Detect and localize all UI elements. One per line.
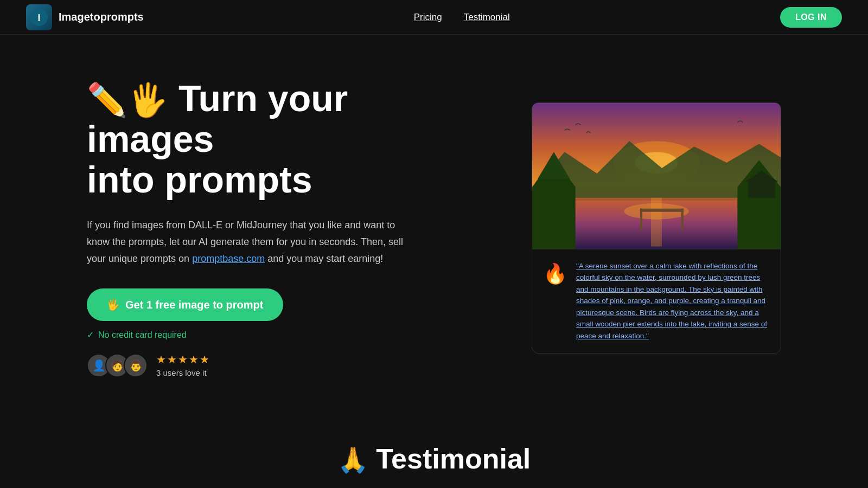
social-proof: 👤 🧑 👨 ★ ★ ★ ★ ★ 3 users love it (87, 353, 412, 377)
svg-rect-17 (748, 181, 775, 197)
no-credit-card-notice: ✓ No credit card required (87, 330, 412, 340)
title-line2: into prompts (87, 159, 312, 200)
hero-left: ✏️🖐️ Turn your images into prompts If yo… (87, 78, 412, 377)
nav-logo[interactable]: I Imagetoprompts (26, 4, 144, 30)
star-2: ★ (167, 353, 177, 366)
promptbase-link[interactable]: promptbase.com (192, 253, 265, 264)
star-1: ★ (156, 353, 166, 366)
image-card-bottom: 🔥 "A serene sunset over a calm lake with… (532, 249, 781, 353)
users-love-text: 3 users love it (156, 368, 209, 377)
image-card-image (532, 103, 781, 249)
image-card: 🔥 "A serene sunset over a calm lake with… (532, 102, 781, 354)
logo-icon: I (26, 4, 52, 30)
checkmark-icon: ✓ (87, 330, 94, 340)
title-emoji: ✏️🖐️ (87, 82, 168, 118)
cta-emoji: 🖐️ (106, 298, 120, 311)
description-end: and you may start earning! (267, 253, 383, 264)
testimonial-emoji: 🙏 (337, 446, 368, 474)
hero-title: ✏️🖐️ Turn your images into prompts (87, 78, 412, 200)
nav-link-testimonial[interactable]: Testimonial (464, 12, 510, 23)
testimonial-title-text: Testimonial (376, 443, 531, 474)
hero-description: If you find images from DALL-E or MidJou… (87, 217, 412, 267)
hero-section: ✏️🖐️ Turn your images into prompts If yo… (0, 35, 868, 410)
login-button[interactable]: LOG IN (780, 7, 842, 28)
svg-rect-15 (640, 208, 642, 230)
svg-rect-16 (681, 208, 684, 230)
testimonial-title: 🙏 Testimonial (33, 442, 835, 475)
prompt-emoji: 🔥 (543, 262, 567, 285)
sunset-svg (532, 103, 781, 249)
nav-links: Pricing Testimonial (414, 12, 510, 23)
hero-right: 🔥 "A serene sunset over a calm lake with… (532, 102, 781, 354)
svg-text:I: I (37, 12, 40, 23)
star-3: ★ (178, 353, 188, 366)
star-5: ★ (200, 353, 209, 366)
avatar-group: 👤 🧑 👨 (87, 354, 148, 377)
svg-rect-14 (640, 208, 684, 211)
svg-rect-9 (532, 187, 576, 249)
cta-label: Get 1 free image to prompt (125, 299, 264, 311)
no-cc-text: No credit card required (98, 330, 187, 340)
nav-link-pricing[interactable]: Pricing (414, 12, 442, 23)
logo-text: Imagetoprompts (59, 11, 144, 23)
testimonial-section: 🙏 Testimonial I started using PromptBase… (0, 410, 868, 488)
prompt-text: "A serene sunset over a calm lake with r… (576, 260, 770, 342)
svg-rect-8 (651, 197, 662, 246)
cta-button[interactable]: 🖐️ Get 1 free image to prompt (87, 288, 283, 321)
users-count: 3 (156, 368, 161, 377)
navbar: I Imagetoprompts Pricing Testimonial LOG… (0, 0, 868, 35)
stars-row: ★ ★ ★ ★ ★ (156, 353, 209, 366)
star-4: ★ (189, 353, 199, 366)
rating: ★ ★ ★ ★ ★ 3 users love it (156, 353, 209, 377)
avatar-3: 👨 (124, 354, 148, 377)
users-love-label: users love it (163, 368, 207, 377)
